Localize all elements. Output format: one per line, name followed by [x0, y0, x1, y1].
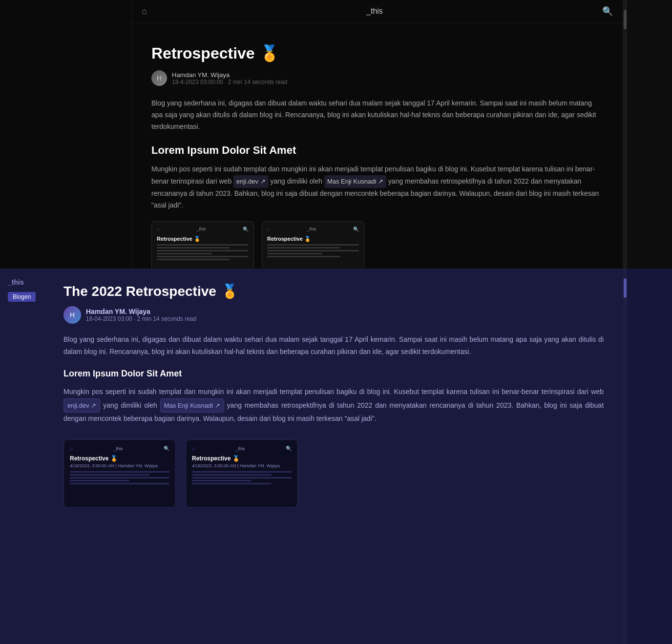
thumb2-home-icon: ⌂: [267, 227, 270, 232]
top-author-date: 18-4-2023 03:00:00: [172, 79, 223, 85]
bottom-tag[interactable]: Blogen: [8, 292, 36, 302]
thumb2-title: _this: [307, 227, 316, 231]
bottom-author-info: Hamdan YM. Wijaya 18-04-2023 03:00 · 2 m…: [86, 308, 196, 322]
thumb2-line: [267, 247, 340, 249]
thumb1-line: [157, 253, 212, 254]
bottom-thumb2-line: [192, 471, 292, 473]
bottom-thumb2-author: 4/18/2023, 3:00:00 AM | Hamdan YM. Wijay…: [192, 463, 292, 468]
bottom-author-date: 18-04-2023 03:00: [86, 315, 132, 322]
bottom-thumb1-nav: ⌂ _this 🔍: [70, 446, 169, 451]
thumb2-line: [267, 253, 322, 254]
top-author-meta: 18-4-2023 03:00:00 · 2 min 14 seconds re…: [172, 79, 287, 85]
thumb2-line: [267, 250, 359, 251]
bottom-body-text-2: yang dimiliki oleh: [103, 401, 157, 409]
bottom-thumb1-lines: [70, 471, 169, 484]
thumb2-line: [267, 244, 359, 246]
bottom-thumb1-heading: Retrospective 🏅: [70, 455, 169, 462]
top-read-time: 2 min 14 seconds read: [228, 79, 287, 85]
search-icon[interactable]: 🔍: [602, 6, 613, 17]
bottom-right-sidebar: [623, 269, 672, 644]
bottom-main: The 2022 Retrospective 🏅 H Hamdan YM. Wi…: [54, 269, 623, 644]
thumb1-line: [157, 250, 249, 251]
top-main: ⌂ _this 🔍 Retrospective 🏅 H Hamdan YM. W…: [132, 0, 623, 269]
bottom-screenshot-thumb-1: ⌂ _this 🔍 Retrospective 🏅 4/18/2023, 3:0…: [63, 439, 176, 508]
top-title-emoji: 🏅: [260, 44, 279, 62]
bottom-thumb1-line: [70, 477, 169, 478]
top-left-sidebar: [0, 0, 132, 269]
bottom-thumb1-line: [70, 483, 169, 484]
thumb2-lines: [267, 244, 359, 257]
bottom-thumb2-home-icon: ⌂: [192, 446, 195, 451]
bottom-thumb1-line: [70, 480, 129, 481]
top-nav: ⌂ _this 🔍: [132, 0, 623, 23]
bottom-read-time: 2 min 14 seconds read: [137, 315, 196, 322]
thumb2-heading: Retrospective 🏅: [267, 236, 359, 242]
site-name-top: _this: [366, 7, 383, 16]
bottom-thumb1-line: [70, 474, 149, 476]
top-link-mas-enji[interactable]: Mas Enji Kusnadi ↗: [324, 175, 386, 188]
bottom-left-sidebar: _this Blogen: [0, 269, 54, 644]
thumb1-search-icon: 🔍: [243, 227, 249, 232]
bottom-author-avatar: H: [63, 306, 81, 324]
top-author-row: H Hamdan YM. Wijaya 18-4-2023 03:00:00 ·…: [151, 70, 603, 86]
top-section-heading: Lorem Ipsum Dolor Sit Amet: [151, 144, 603, 157]
bottom-link-enji[interactable]: enji.dev ↗: [63, 398, 100, 413]
top-author-avatar: H: [151, 70, 167, 86]
top-body-text-2: yang dimiliki oleh: [270, 177, 322, 185]
top-section: ⌂ _this 🔍 Retrospective 🏅 H Hamdan YM. W…: [0, 0, 672, 269]
thumb1-heading: Retrospective 🏅: [157, 236, 249, 242]
bottom-thumb1-search-icon: 🔍: [164, 446, 169, 451]
thumb1-home-icon: ⌂: [157, 227, 160, 232]
bottom-post-title: The 2022 Retrospective 🏅: [63, 283, 604, 299]
bottom-thumb2-line: [192, 480, 252, 481]
top-link-enji[interactable]: enji.dev ↗: [233, 175, 268, 188]
bottom-title-emoji: 🏅: [221, 283, 238, 299]
bottom-thumb1-line: [70, 471, 169, 473]
thumb1-line: [157, 247, 230, 249]
thumb1-title: _this: [197, 227, 206, 231]
bottom-site-name[interactable]: _this: [8, 278, 46, 286]
bottom-thumb1-title: _this: [114, 446, 123, 451]
bottom-thumb1-author: 4/18/2023, 3:00:00 AM | Hamdan YM. Wijay…: [70, 463, 169, 468]
thumb2-nav: ⌂ _this 🔍: [267, 227, 359, 232]
top-intro-paragraph: Blog yang sederhana ini, digagas dan dib…: [151, 98, 603, 132]
top-content: Retrospective 🏅 H Hamdan YM. Wijaya 18-4…: [151, 44, 603, 290]
bottom-thumb2-lines: [192, 471, 292, 484]
thumb1-lines: [157, 244, 249, 260]
bottom-body-paragraph: Mungkin pos seperti ini sudah templat da…: [63, 386, 604, 425]
bottom-author-row: H Hamdan YM. Wijaya 18-04-2023 03:00 · 2…: [63, 306, 604, 324]
bottom-scrollbar-thumb[interactable]: [624, 278, 627, 298]
bottom-thumb2-line: [192, 474, 272, 476]
bottom-thumb1-home-icon: ⌂: [70, 446, 73, 451]
bottom-screenshots-row: ⌂ _this 🔍 Retrospective 🏅 4/18/2023, 3:0…: [63, 439, 604, 508]
bottom-intro-paragraph: Blog yang sederhana ini, digagas dan dib…: [63, 333, 604, 358]
home-icon[interactable]: ⌂: [142, 6, 147, 17]
bottom-thumb2-line: [192, 483, 272, 484]
bottom-thumb2-heading: Retrospective 🏅: [192, 455, 292, 462]
thumb1-line: [157, 256, 249, 257]
bottom-section: _this Blogen The 2022 Retrospective 🏅 H …: [0, 269, 672, 644]
bottom-thumb2-line: [192, 477, 292, 478]
thumb1-line: [157, 259, 230, 260]
bottom-link-mas-enji[interactable]: Mas Enji Kusnadi ↗: [160, 398, 224, 413]
bottom-author-name: Hamdan YM. Wijaya: [86, 308, 196, 315]
thumb2-search-icon: 🔍: [353, 227, 359, 232]
bottom-thumb2-title: _this: [236, 446, 245, 451]
bottom-section-heading: Lorem Ipsum Dolor Sit Amet: [63, 369, 604, 379]
thumb1-nav: ⌂ _this 🔍: [157, 227, 249, 232]
top-author-name: Hamdan YM. Wijaya: [172, 71, 287, 79]
top-scrollbar-thumb[interactable]: [624, 10, 627, 29]
thumb2-line: [267, 256, 340, 257]
bottom-thumb2-search-icon: 🔍: [286, 446, 292, 451]
top-scrollbar-track[interactable]: [623, 0, 627, 269]
bottom-author-meta: 18-04-2023 03:00 · 2 min 14 seconds read: [86, 315, 196, 322]
thumb1-line: [157, 244, 249, 246]
top-post-title: Retrospective 🏅: [151, 44, 603, 62]
bottom-scrollbar-track[interactable]: [623, 269, 627, 644]
top-title-text: Retrospective: [151, 44, 255, 62]
bottom-screenshot-thumb-2: ⌂ _this 🔍 Retrospective 🏅 4/18/2023, 3:0…: [186, 439, 298, 508]
top-body-paragraph: Mungkin pos seperti ini sudah templat da…: [151, 164, 603, 211]
bottom-body-text-1: Mungkin pos seperti ini sudah templat da…: [63, 388, 604, 395]
bottom-title-text: The 2022 Retrospective: [63, 284, 216, 299]
top-right-sidebar: [623, 0, 672, 269]
